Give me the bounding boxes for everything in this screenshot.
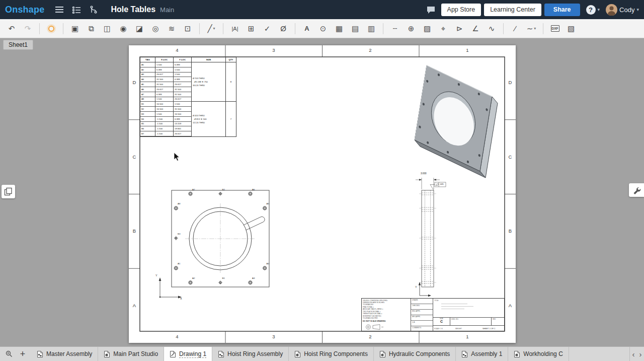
spline-icon[interactable]: ▾	[524, 22, 539, 36]
table-icon[interactable]	[332, 22, 347, 36]
zone-label: A	[507, 303, 514, 308]
hole-tag-label[interactable]: A1	[178, 263, 180, 265]
share-button[interactable]: Share	[544, 4, 580, 16]
part-studio-tab-icon	[379, 350, 386, 358]
hole-table[interactable]: TAG X LOC Y LOC SIZE QTY A1 1.500 6.383	[140, 57, 236, 137]
tab-master-assembly[interactable]: Master Assembly	[31, 347, 98, 361]
line-icon[interactable]	[508, 22, 523, 36]
detail-view-icon[interactable]	[116, 22, 131, 36]
bom-table-icon[interactable]	[364, 22, 379, 36]
search-tabs-icon[interactable]	[2, 348, 15, 360]
sheet-tab[interactable]: Sheet1	[3, 40, 33, 50]
callout-icon[interactable]	[315, 22, 331, 36]
tolerance-notes: UNLESS OTHERWISE SPECIFIED:DIMENSIONS AR…	[362, 299, 411, 316]
flatness-value[interactable]: .005	[440, 183, 444, 185]
undo-icon[interactable]	[4, 22, 19, 36]
tab-assembly-1[interactable]: Assembly 1	[456, 347, 508, 361]
hole-tag-label[interactable]: B1	[222, 277, 225, 279]
geometric-tolerance-icon[interactable]	[436, 22, 451, 36]
tab-hoist-ring-assembly[interactable]: Hoist Ring Assembly	[212, 347, 289, 361]
hole-tag-label[interactable]: A6	[252, 189, 255, 191]
thickness-dimension[interactable]: 3.000	[421, 173, 427, 175]
hole-group-b: Ø.453 THRU ⌴Ø.813 ▼.500 1/2-20 THRU 7	[192, 102, 236, 136]
onshape-logo[interactable]: Onshape	[5, 5, 44, 15]
zone-label: 4	[172, 47, 182, 53]
hole-tag-label[interactable]: A3	[252, 277, 255, 279]
axis-x-label: X	[180, 298, 182, 301]
front-view[interactable]	[159, 190, 269, 298]
isometric-view[interactable]	[415, 65, 498, 178]
center-mark-icon[interactable]	[404, 22, 419, 36]
hole-callout-icon[interactable]	[276, 22, 291, 36]
table-row: A4 31.500 6.383	[140, 77, 192, 82]
weld-symbol-icon[interactable]	[484, 22, 499, 36]
help-icon: ?	[586, 5, 596, 15]
title-placeholder-line	[441, 309, 464, 309]
note-icon[interactable]	[299, 22, 314, 36]
projected-view-icon[interactable]	[84, 22, 99, 36]
table-row: B2 16.500 31.500	[140, 107, 192, 112]
comments-icon[interactable]	[424, 3, 438, 16]
part-studio-tab-icon	[104, 350, 110, 358]
document-title-group: Hole Tables Main	[111, 5, 174, 14]
add-tab-button[interactable]: +	[16, 348, 29, 360]
record-indicator-icon[interactable]	[44, 22, 59, 36]
dimension-icon[interactable]	[227, 22, 243, 36]
zone-label: C	[131, 154, 138, 160]
table-row: B7 -1.500 26.617	[140, 131, 192, 136]
redo-icon[interactable]	[20, 22, 35, 36]
iso-view-icon[interactable]	[148, 22, 163, 36]
hole-tag-label[interactable]: B3	[178, 233, 180, 235]
app-store-button[interactable]: App Store	[441, 4, 481, 16]
hole-tag-label[interactable]: B2	[222, 189, 225, 191]
broken-view-icon[interactable]	[164, 22, 179, 36]
table-row: A6 26.617 31.500	[140, 87, 192, 92]
hole-table-icon[interactable]	[348, 22, 363, 36]
hole-table-rows-a: A1 1.500 6.383 A2 6.383 1.500	[140, 62, 192, 102]
tab-workholding[interactable]: Workholding C	[508, 347, 569, 361]
export-dxf-icon[interactable]	[547, 22, 562, 36]
toolbar-separator	[223, 23, 223, 34]
hole-tag-label[interactable]: A5	[267, 203, 269, 205]
assembly-tab-icon	[218, 350, 224, 358]
zone-label: 4	[172, 334, 182, 339]
auxiliary-view-icon[interactable]	[132, 22, 147, 36]
check-dimension-icon[interactable]	[260, 22, 275, 36]
hatch-icon[interactable]	[420, 22, 435, 36]
title-placeholder-line	[441, 306, 473, 307]
datum-icon[interactable]	[452, 22, 467, 36]
section-view-icon[interactable]	[100, 22, 115, 36]
surface-finish-icon[interactable]	[468, 22, 483, 36]
hole-tag-label[interactable]: A7	[192, 189, 195, 191]
tools-panel-toggle[interactable]	[629, 183, 644, 197]
title-block[interactable]: UNLESS OTHERWISE SPECIFIED:DIMENSIONS AR…	[361, 298, 505, 331]
export-image-icon[interactable]	[564, 22, 579, 36]
learning-center-button[interactable]: Learning Center	[484, 4, 541, 16]
tab-hydraulic-components[interactable]: Hydraulic Components	[374, 347, 456, 361]
versions-icon[interactable]	[87, 3, 101, 16]
tab-drawing-1[interactable]: Drawing 1	[164, 347, 212, 361]
side-view[interactable]	[416, 178, 446, 297]
crop-view-icon[interactable]	[180, 22, 195, 36]
hole-tag-label[interactable]: A4	[267, 263, 269, 265]
centerline-icon[interactable]	[387, 22, 403, 36]
sketch-icon[interactable]: ▾	[204, 22, 219, 36]
tab-hoist-ring-components[interactable]: Hoist Ring Components	[289, 347, 374, 361]
tabs-scroll-left-icon[interactable]: ‹	[630, 350, 637, 358]
feature-list-icon[interactable]	[69, 3, 84, 16]
drawing-canvas[interactable]: Sheet1	[0, 38, 644, 346]
drawing-sheet[interactable]: 4 3 2 1 4 3 2 1 D C B A D C B A TAG X LO…	[129, 45, 516, 343]
insert-view-icon[interactable]	[67, 22, 83, 36]
sheet-panel-toggle[interactable]	[2, 185, 15, 198]
hole-tag-label[interactable]: A8	[178, 203, 180, 205]
hole-tag-label[interactable]: A2	[192, 277, 195, 279]
user-menu[interactable]: Cody ▾	[606, 4, 639, 16]
weight-label: WEIGHT:	[455, 328, 482, 330]
help-menu[interactable]: ? ▾	[586, 5, 600, 15]
hamburger-icon	[55, 6, 64, 13]
main-menu-icon[interactable]	[52, 3, 66, 16]
toolbar-separator	[199, 23, 200, 34]
tabs-scroll-right-icon[interactable]: ›	[637, 350, 644, 358]
tab-main-part-studio[interactable]: Main Part Studio	[98, 347, 164, 361]
ordinate-dimension-icon[interactable]	[244, 22, 259, 36]
